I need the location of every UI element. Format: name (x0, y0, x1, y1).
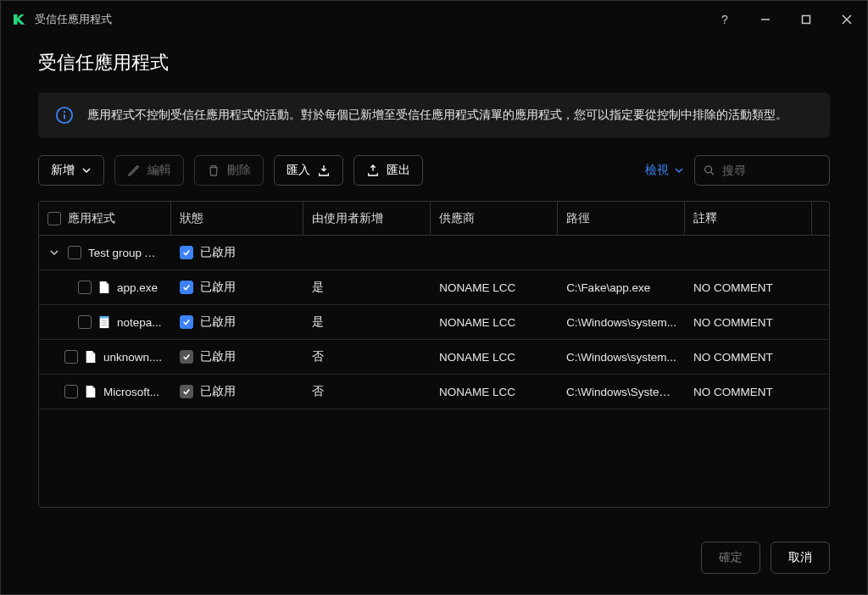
svg-point-7 (705, 166, 712, 173)
add-label: 新增 (51, 163, 75, 178)
row-checkbox[interactable] (68, 246, 81, 259)
expand-toggle[interactable] (47, 247, 61, 258)
view-dropdown[interactable]: 檢視 (645, 163, 684, 178)
edit-button[interactable]: 編輯 (114, 155, 184, 186)
trash-icon (207, 164, 220, 177)
table-row[interactable]: app.exe 已啟用 是 NONAME LCC C:\Fake\app.exe… (39, 270, 829, 305)
th-vendor[interactable]: 供應商 (431, 202, 558, 235)
search-box[interactable] (694, 155, 830, 186)
export-button[interactable]: 匯出 (353, 155, 423, 186)
minimize-button[interactable] (755, 9, 776, 30)
row-checkbox[interactable] (64, 385, 78, 398)
table: 應用程式 狀態 由使用者新增 供應商 路徑 註釋 Test group App (38, 201, 830, 508)
app-logo-icon (11, 12, 26, 27)
import-button[interactable]: 匯入 (274, 155, 343, 186)
svg-rect-1 (803, 16, 810, 24)
row-checkbox[interactable] (78, 315, 92, 329)
file-icon (98, 281, 110, 294)
import-icon (317, 164, 331, 177)
file-icon (85, 385, 97, 398)
cell-status: 已啟用 (171, 280, 303, 295)
svg-rect-10 (100, 316, 109, 319)
content: 受信任應用程式 應用程式不控制受信任應用程式的活動。對於每個已新增至受信任應用程… (1, 38, 867, 525)
table-row[interactable]: unknown.... 已啟用 否 NONAME LCC C:\Windows\… (39, 340, 829, 375)
select-all-checkbox[interactable] (47, 212, 61, 225)
cell-app: Microsoft... (39, 385, 171, 398)
cell-status: 已啟用 (171, 245, 303, 260)
delete-button[interactable]: 刪除 (194, 155, 264, 186)
file-icon (85, 350, 97, 364)
view-label: 檢視 (645, 163, 669, 178)
cell-app: Test group App (39, 246, 171, 259)
page-title: 受信任應用程式 (38, 50, 830, 75)
import-label: 匯入 (287, 163, 310, 178)
table-row[interactable]: Test group App 已啟用 (39, 236, 829, 270)
cell-status: 已啟用 (171, 314, 303, 330)
table-header: 應用程式 狀態 由使用者新增 供應商 路徑 註釋 (39, 202, 829, 236)
cell-app: unknown.... (39, 350, 171, 364)
help-button[interactable]: ? (715, 9, 735, 30)
footer: 確定 取消 (1, 525, 867, 594)
th-path[interactable]: 路徑 (558, 202, 685, 235)
info-icon (55, 106, 74, 125)
search-icon (704, 164, 715, 177)
th-status[interactable]: 狀態 (171, 202, 303, 235)
th-app[interactable]: 應用程式 (39, 202, 171, 235)
cell-app: app.exe (39, 281, 171, 294)
window: 受信任應用程式 ? 受信任應用程式 應用程式不控制受信任應用程式的活動。對於每個… (0, 0, 868, 595)
svg-point-5 (64, 111, 65, 113)
cell-status: 已啟用 (171, 349, 303, 364)
row-checkbox[interactable] (64, 350, 78, 364)
titlebar: 受信任應用程式 ? (1, 1, 867, 38)
th-user[interactable]: 由使用者新增 (303, 202, 431, 235)
delete-label: 刪除 (227, 163, 251, 178)
status-checkbox[interactable] (180, 350, 193, 364)
th-last (812, 202, 829, 235)
status-checkbox[interactable] (180, 385, 193, 398)
titlebar-title: 受信任應用程式 (35, 12, 715, 27)
chevron-down-icon (81, 165, 92, 175)
ok-button[interactable]: 確定 (701, 542, 760, 574)
status-checkbox[interactable] (180, 281, 193, 294)
status-checkbox[interactable] (180, 246, 193, 259)
maximize-button[interactable] (796, 9, 816, 30)
table-body: Test group App 已啟用 app.exe (39, 236, 829, 507)
chevron-down-icon (674, 165, 684, 175)
export-icon (366, 164, 380, 177)
add-button[interactable]: 新增 (38, 155, 104, 186)
table-row[interactable]: Microsoft... 已啟用 否 NONAME LCC C:\Windows… (39, 375, 829, 409)
pencil-icon (127, 164, 141, 177)
row-checkbox[interactable] (78, 281, 92, 294)
close-button[interactable] (837, 9, 857, 30)
titlebar-controls: ? (715, 9, 857, 30)
info-banner: 應用程式不控制受信任應用程式的活動。對於每個已新增至受信任應用程式清單的應用程式… (38, 92, 830, 138)
th-comment[interactable]: 註釋 (685, 202, 812, 235)
toolbar: 新增 編輯 刪除 匯入 匯出 檢視 (38, 155, 830, 186)
info-text: 應用程式不控制受信任應用程式的活動。對於每個已新增至受信任應用程式清單的應用程式… (87, 107, 787, 124)
export-label: 匯出 (387, 163, 410, 178)
cell-app: notepa... (39, 315, 171, 329)
search-input[interactable] (722, 164, 821, 177)
cell-status: 已啟用 (171, 384, 303, 399)
notepad-icon (98, 315, 110, 329)
status-checkbox[interactable] (180, 315, 193, 329)
table-row[interactable]: notepa... 已啟用 是 NONAME LCC C:\Windows\sy… (39, 305, 829, 340)
edit-label: 編輯 (147, 163, 171, 178)
cancel-button[interactable]: 取消 (771, 542, 830, 574)
svg-line-8 (710, 172, 713, 175)
